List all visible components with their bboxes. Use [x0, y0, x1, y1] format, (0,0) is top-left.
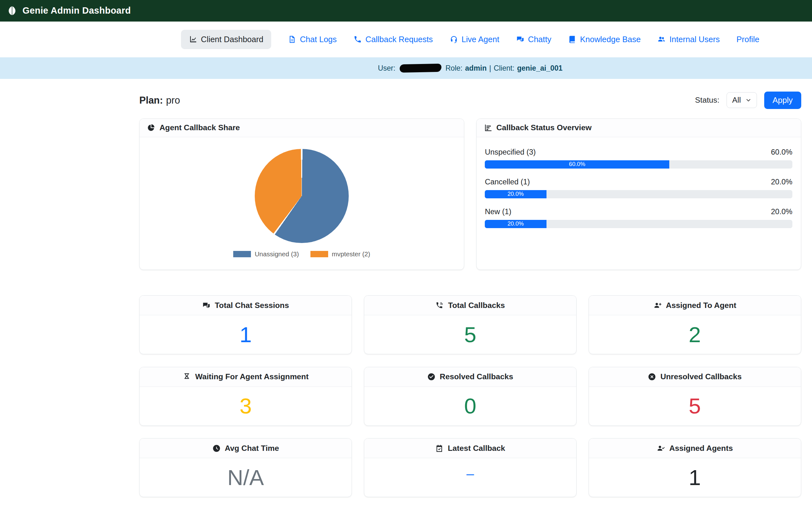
stats-grid: Total Chat Sessions1Total Callbacks5Assi… [139, 295, 801, 497]
progressbar-track: 60.0% [485, 160, 792, 169]
tab-label: Chatty [528, 35, 551, 44]
client-label: Client: [494, 64, 514, 72]
stat-card-value: 1 [688, 467, 701, 489]
main-content: Plan:pro Status: All Apply Agent Callbac… [139, 92, 801, 498]
stat-card-value: 0 [464, 395, 477, 417]
status-filter: Status: All Apply [695, 92, 801, 109]
stat-card-avg-chat-time: Avg Chat TimeN/A [139, 438, 352, 497]
bar-label-row: Unspecified (3)60.0% [485, 148, 792, 156]
stat-card-total-chat-sessions: Total Chat Sessions1 [139, 295, 352, 354]
tab-client-dashboard[interactable]: Client Dashboard [181, 30, 271, 50]
genie-logo-icon [6, 5, 18, 16]
tab-label: Internal Users [669, 35, 720, 44]
stat-card-value: 5 [464, 324, 477, 346]
stat-card-header: Waiting For Agent Assignment [140, 367, 351, 387]
bar-label-row: Cancelled (1)20.0% [485, 178, 792, 186]
stat-card-body: 0 [364, 387, 576, 425]
stat-card-body: 1 [589, 458, 801, 497]
stat-card-latest-callback: Latest Callback– [364, 438, 577, 497]
apply-button[interactable]: Apply [764, 92, 801, 109]
legend-item-mvptester-2: mvptester (2) [310, 250, 370, 258]
file-lines-icon [288, 35, 296, 43]
pie-chart [255, 149, 349, 243]
stat-card-body: 5 [589, 387, 801, 425]
stat-card-body: 5 [364, 315, 576, 354]
tab-label: Live Agent [461, 35, 499, 44]
status-label: Status: [695, 96, 719, 104]
stat-card-value: 5 [688, 395, 701, 417]
stat-card-title: Total Chat Sessions [215, 301, 289, 310]
stat-card-header: Assigned To Agent [589, 296, 801, 315]
chart-panels: Agent Callback Share Unassigned (3)mvpte… [139, 118, 801, 270]
stat-card-title: Latest Callback [448, 444, 505, 453]
bar-label-row: New (1)20.0% [485, 207, 792, 216]
stat-card-title: Waiting For Agent Assignment [195, 372, 308, 381]
stat-card-title: Assigned Agents [669, 444, 733, 453]
plan-label: Plan: [139, 95, 163, 106]
nav-tabs: Client DashboardChat LogsCallback Reques… [139, 30, 801, 50]
stat-card-title: Unresolved Callbacks [661, 372, 742, 381]
panel-header: Callback Status Overview [477, 119, 801, 138]
status-bar-row-new-1: New (1)20.0%20.0% [485, 207, 792, 228]
clock-icon [212, 444, 220, 452]
stat-card-header: Total Chat Sessions [140, 296, 351, 315]
comments-icon [516, 35, 524, 43]
redacted-username [400, 64, 441, 73]
panel-header: Agent Callback Share [140, 119, 464, 138]
pie-legend: Unassigned (3)mvptester (2) [233, 250, 370, 258]
stat-card-body: 1 [140, 315, 351, 354]
stat-card-header: Unresolved Callbacks [589, 367, 801, 387]
stat-card-value: – [466, 467, 474, 480]
page: Genie Admin Dashboard Client DashboardCh… [0, 0, 812, 531]
progressbar-track: 20.0% [485, 220, 792, 228]
status-bar-row-cancelled-1: Cancelled (1)20.0%20.0% [485, 178, 792, 198]
phone-volume-icon [435, 301, 444, 309]
x-circle-icon [648, 373, 656, 381]
stat-card-header: Assigned Agents [589, 438, 801, 458]
panel-title: Agent Callback Share [159, 123, 240, 132]
tab-label: Chat Logs [300, 35, 337, 44]
stat-card-body: – [364, 458, 576, 489]
tab-internal-users[interactable]: Internal Users [657, 35, 720, 44]
panel-title: Callback Status Overview [496, 123, 592, 132]
stat-card-assigned-agents: Assigned Agents1 [589, 438, 801, 497]
stat-card-header: Resolved Callbacks [364, 367, 576, 387]
tab-label: Knowledge Base [580, 35, 641, 44]
tab-chat-logs[interactable]: Chat Logs [288, 35, 337, 44]
plan-value: pro [166, 95, 180, 106]
stat-card-header: Avg Chat Time [140, 438, 351, 458]
tab-knowledge-base[interactable]: Knowledge Base [568, 35, 641, 44]
book-icon [568, 35, 576, 43]
stat-card-value: N/A [227, 467, 264, 489]
status-select[interactable]: All [727, 92, 757, 108]
headset-icon [450, 35, 458, 43]
stat-card-value: 1 [240, 324, 252, 346]
status-category-label: New (1) [485, 207, 511, 216]
progressbar-fill: 20.0% [485, 220, 546, 228]
user-label: User: [378, 64, 395, 72]
role-label: Role: [446, 64, 463, 72]
stat-card-body: N/A [140, 458, 351, 497]
agent-callback-share-panel: Agent Callback Share Unassigned (3)mvpte… [139, 118, 464, 270]
chart-line-icon [189, 35, 197, 43]
toolbar: Plan:pro Status: All Apply [139, 92, 801, 109]
status-bars: Unspecified (3)60.0%60.0%Cancelled (1)20… [477, 137, 801, 269]
tab-profile[interactable]: Profile [736, 35, 759, 44]
legend-item-unassigned-3: Unassigned (3) [233, 250, 299, 258]
legend-swatch [310, 251, 328, 257]
plan-info: Plan:pro [139, 95, 180, 106]
stat-card-body: 2 [589, 315, 801, 354]
tab-label: Callback Requests [365, 35, 433, 44]
pie-chart-icon [147, 124, 155, 132]
tab-chatty[interactable]: Chatty [516, 35, 552, 44]
role-value: admin [465, 64, 487, 72]
tab-live-agent[interactable]: Live Agent [450, 35, 499, 44]
bar-chart-icon [484, 124, 492, 132]
tab-callback-requests[interactable]: Callback Requests [353, 35, 433, 44]
users-icon [657, 35, 666, 43]
user-info-bar: User: Role: admin | Client: genie_ai_001 [0, 57, 812, 79]
tab-label: Client Dashboard [201, 35, 263, 44]
stat-card-body: 3 [140, 387, 351, 425]
phone-icon [353, 35, 362, 43]
status-bar-row-unspecified-3: Unspecified (3)60.0%60.0% [485, 148, 792, 169]
